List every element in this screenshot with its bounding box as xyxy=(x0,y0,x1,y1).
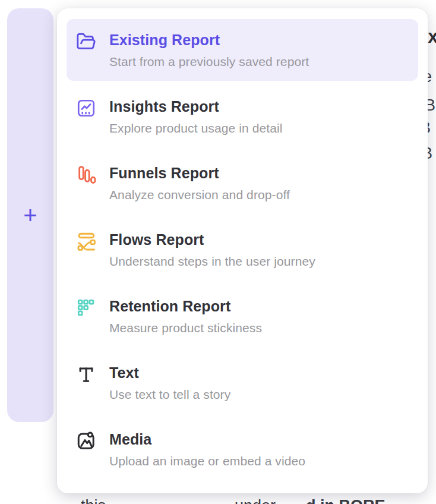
menu-item-subtitle: Start from a previously saved report xyxy=(109,54,407,69)
menu-item-subtitle: Measure product stickiness xyxy=(109,320,407,335)
clipped-background-text: under xyxy=(235,497,276,504)
menu-item-flows-report[interactable]: Flows Report Understand steps in the use… xyxy=(67,219,418,281)
clipped-background-text: this xyxy=(81,497,106,504)
menu-item-title: Insights Report xyxy=(109,97,407,115)
menu-item-subtitle: Upload an image or embed a video xyxy=(109,453,407,468)
flows-path-icon xyxy=(76,231,96,251)
add-report-menu: Existing Report Start from a previously … xyxy=(57,8,428,493)
menu-item-text[interactable]: Text Use text to tell a story xyxy=(67,352,418,414)
menu-item-existing-report[interactable]: Existing Report Start from a previously … xyxy=(67,19,418,81)
text-icon xyxy=(76,364,96,385)
media-image-icon xyxy=(76,431,96,451)
funnel-bars-icon xyxy=(76,165,96,185)
add-content-rail-button[interactable]: + xyxy=(7,8,53,422)
menu-item-title: Flows Report xyxy=(109,231,407,248)
menu-item-title: Funnels Report xyxy=(109,164,407,182)
clipped-background-text: d in BORE xyxy=(306,497,386,504)
folder-open-icon xyxy=(76,32,96,52)
menu-item-title: Retention Report xyxy=(109,297,407,315)
menu-item-subtitle: Explore product usage in detail xyxy=(109,121,407,136)
menu-item-funnels-report[interactable]: Funnels Report Analyze conversion and dr… xyxy=(67,152,418,214)
insights-chart-icon xyxy=(76,98,96,118)
menu-item-insights-report[interactable]: Insights Report Explore product usage in… xyxy=(67,86,418,147)
menu-item-media[interactable]: Media Upload an image or embed a video xyxy=(67,418,418,480)
menu-item-title: Text xyxy=(109,364,407,382)
menu-item-title: Existing Report xyxy=(109,31,407,49)
menu-item-title: Media xyxy=(109,430,407,448)
menu-item-subtitle: Analyze conversion and drop-off xyxy=(109,187,407,202)
menu-item-retention-report[interactable]: Retention Report Measure product stickin… xyxy=(67,285,418,347)
retention-grid-icon xyxy=(76,298,96,318)
menu-item-subtitle: Use text to tell a story xyxy=(109,387,407,402)
menu-item-subtitle: Understand steps in the user journey xyxy=(109,254,407,269)
plus-icon: + xyxy=(23,203,37,227)
